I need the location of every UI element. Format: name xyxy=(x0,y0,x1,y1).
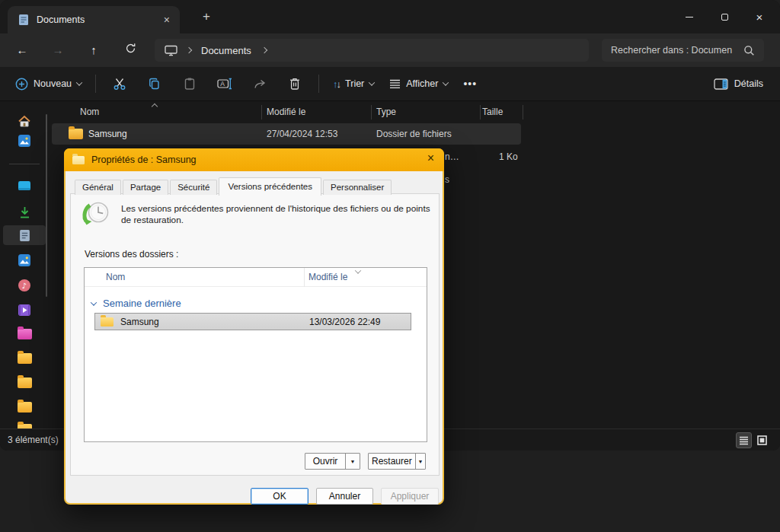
share-button[interactable] xyxy=(242,71,277,97)
maximize-icon xyxy=(721,14,728,21)
toolbar-divider xyxy=(318,75,319,93)
rename-button[interactable]: A xyxy=(207,71,242,97)
breadcrumb[interactable]: Documents xyxy=(155,39,589,62)
occluded-row2-size: 1 Ko xyxy=(499,151,518,162)
sidebar-item-folder-pink[interactable] xyxy=(3,324,46,344)
sidebar-item-folder-4[interactable] xyxy=(3,419,46,428)
minimize-icon xyxy=(686,17,693,18)
apply-button[interactable]: Appliquer xyxy=(381,488,439,505)
details-view-button[interactable] xyxy=(736,432,752,448)
tab-strip: Documents × + × xyxy=(0,0,780,33)
search-box[interactable]: Rechercher dans : Documen xyxy=(602,39,764,62)
thumbnail-view-icon xyxy=(757,435,767,445)
document-icon xyxy=(18,14,29,26)
column-headers: Nom Modifié le Type Taille xyxy=(52,101,780,123)
cancel-button[interactable]: Annuler xyxy=(316,488,373,505)
details-pane-icon xyxy=(714,78,728,90)
tab-documents[interactable]: Documents × xyxy=(8,6,180,33)
properties-dialog: Propriétés de : Samsung × Général Partag… xyxy=(64,148,444,505)
forward-button[interactable]: → xyxy=(48,41,68,59)
sidebar-item-home[interactable] xyxy=(3,111,46,131)
tab-partage[interactable]: Partage xyxy=(123,180,168,195)
gallery-icon xyxy=(18,134,31,148)
dialog-description: Les versions précédentes proviennent de … xyxy=(121,203,432,226)
view-button[interactable]: Afficher xyxy=(382,71,456,97)
column-divider[interactable] xyxy=(480,105,481,119)
versions-column-name[interactable]: Nom xyxy=(106,272,125,282)
up-button[interactable]: ↑ xyxy=(84,41,104,59)
details-pane-button[interactable]: Détails xyxy=(714,78,763,90)
tab-versions-precedentes[interactable]: Versions précédentes xyxy=(219,177,321,196)
tab-title: Documents xyxy=(37,14,85,25)
column-header-size[interactable]: Taille xyxy=(482,107,503,117)
large-icons-view-button[interactable] xyxy=(754,432,770,448)
sidebar-item-desktop[interactable] xyxy=(3,177,46,196)
sidebar-item-documents[interactable] xyxy=(3,225,46,245)
dialog-close-icon[interactable]: × xyxy=(427,151,434,165)
sidebar-item-pictures[interactable] xyxy=(3,250,46,270)
trash-icon xyxy=(289,77,301,91)
column-header-modified[interactable]: Modifié le xyxy=(267,107,305,117)
sidebar-item-folder-2[interactable] xyxy=(3,373,46,393)
open-split-button[interactable]: Ouvrir ▼ xyxy=(305,453,360,470)
view-lines-icon xyxy=(389,79,401,89)
plus-circle-icon xyxy=(15,78,28,91)
file-type: Dossier de fichiers xyxy=(376,129,452,139)
restore-split-button[interactable]: Restaurer ▼ xyxy=(368,453,426,470)
open-button-label[interactable]: Ouvrir xyxy=(305,454,345,469)
column-divider[interactable] xyxy=(371,105,372,119)
new-tab-button[interactable]: + xyxy=(197,8,216,25)
chevron-down-icon xyxy=(76,79,82,85)
versions-list-header: Nom Modifié le xyxy=(85,268,427,287)
restore-button-label[interactable]: Restaurer xyxy=(369,454,415,469)
file-name: Samsung xyxy=(88,129,127,139)
sidebar-scrollbar[interactable] xyxy=(46,114,47,297)
version-name: Samsung xyxy=(120,317,159,327)
ok-button[interactable]: OK xyxy=(251,488,308,505)
sidebar: ♪ xyxy=(0,101,49,428)
svg-text:A: A xyxy=(220,80,225,88)
sidebar-item-gallery[interactable] xyxy=(3,131,46,151)
tab-securite[interactable]: Sécurité xyxy=(170,180,217,195)
column-divider[interactable] xyxy=(523,105,523,119)
tab-close-icon[interactable]: × xyxy=(164,14,170,25)
sidebar-item-folder-3[interactable] xyxy=(3,397,46,417)
new-button-label: Nouveau xyxy=(34,78,72,89)
tab-personnaliser[interactable]: Personnaliser xyxy=(323,180,392,195)
sidebar-item-folder-1[interactable] xyxy=(3,349,46,368)
file-row-samsung[interactable]: Samsung 27/04/2024 12:53 Dossier de fich… xyxy=(52,123,521,145)
copy-button[interactable] xyxy=(137,71,172,97)
search-placeholder: Rechercher dans : Documen xyxy=(611,45,743,56)
folder-icon xyxy=(18,329,32,339)
column-header-type[interactable]: Type xyxy=(376,107,396,117)
versions-group-header[interactable]: Semaine dernière xyxy=(91,298,181,309)
close-button[interactable]: × xyxy=(742,5,777,28)
minimize-button[interactable] xyxy=(672,5,707,28)
paste-button[interactable] xyxy=(172,71,207,97)
version-row-samsung[interactable]: Samsung 13/03/2026 22:49 xyxy=(94,313,411,330)
sidebar-item-downloads[interactable] xyxy=(3,202,46,222)
restore-dropdown-arrow-icon[interactable]: ▼ xyxy=(415,454,425,469)
sort-descending-icon xyxy=(355,267,361,273)
maximize-button[interactable] xyxy=(707,5,742,28)
more-button[interactable]: ••• xyxy=(456,71,484,97)
dialog-titlebar[interactable]: Propriétés de : Samsung × xyxy=(64,148,444,171)
sidebar-item-videos[interactable] xyxy=(3,300,46,320)
versions-column-modified[interactable]: Modifié le xyxy=(308,272,347,282)
cut-button[interactable] xyxy=(102,71,137,97)
home-icon xyxy=(18,115,31,128)
delete-button[interactable] xyxy=(277,71,312,97)
open-dropdown-arrow-icon[interactable]: ▼ xyxy=(345,454,360,469)
clipboard-icon xyxy=(184,77,196,91)
column-header-name[interactable]: Nom xyxy=(80,107,99,117)
sort-button[interactable]: ↑↓ Trier xyxy=(325,71,382,97)
column-divider[interactable] xyxy=(261,105,262,119)
sidebar-item-music[interactable]: ♪ xyxy=(3,276,46,295)
group-collapse-icon[interactable] xyxy=(91,299,97,305)
back-button[interactable]: ← xyxy=(12,41,32,59)
breadcrumb-item-documents[interactable]: Documents xyxy=(201,45,251,56)
tab-general[interactable]: Général xyxy=(75,180,121,195)
refresh-button[interactable] xyxy=(120,41,140,59)
scissors-icon xyxy=(113,77,126,91)
new-button[interactable]: Nouveau xyxy=(8,71,89,97)
